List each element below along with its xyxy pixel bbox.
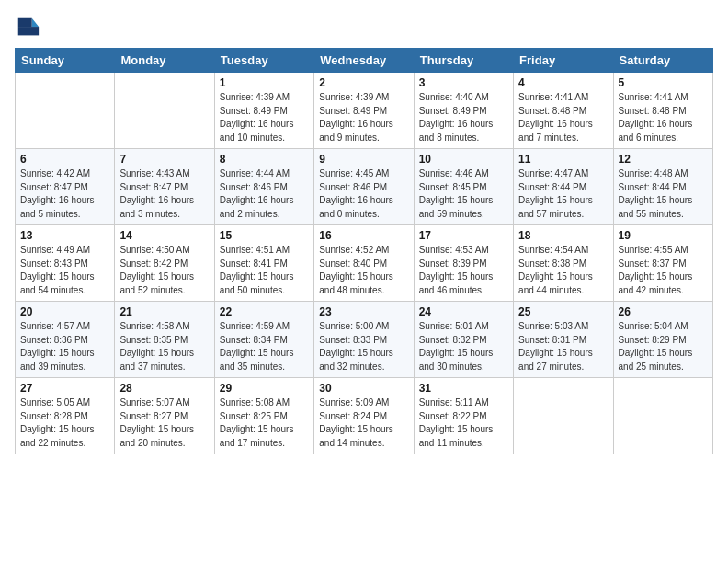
day-number: 18 — [518, 229, 608, 242]
day-number: 6 — [20, 153, 109, 166]
weekday-header: Friday — [514, 49, 613, 73]
calendar-cell: 8Sunrise: 4:44 AMSunset: 8:46 PMDaylight… — [214, 149, 313, 225]
day-number: 31 — [419, 382, 508, 395]
weekday-header: Wednesday — [314, 49, 414, 73]
day-info: Sunrise: 4:55 AMSunset: 8:37 PMDaylight:… — [619, 244, 708, 297]
day-info: Sunrise: 4:53 AMSunset: 8:39 PMDaylight:… — [419, 244, 508, 297]
day-number: 19 — [619, 229, 708, 242]
calendar-week-row: 1Sunrise: 4:39 AMSunset: 8:49 PMDaylight… — [16, 73, 713, 149]
day-number: 1 — [220, 76, 309, 89]
day-info: Sunrise: 4:46 AMSunset: 8:45 PMDaylight:… — [419, 167, 508, 221]
weekday-header: Thursday — [414, 49, 513, 73]
calendar-cell: 4Sunrise: 4:41 AMSunset: 8:48 PMDaylight… — [514, 73, 613, 149]
calendar-cell: 12Sunrise: 4:48 AMSunset: 8:44 PMDayligh… — [613, 149, 712, 225]
day-info: Sunrise: 4:39 AMSunset: 8:49 PMDaylight:… — [319, 91, 408, 144]
calendar-cell: 17Sunrise: 4:53 AMSunset: 8:39 PMDayligh… — [414, 225, 513, 302]
day-number: 4 — [518, 76, 608, 89]
calendar-cell: 6Sunrise: 4:42 AMSunset: 8:47 PMDaylight… — [16, 149, 115, 225]
day-number: 29 — [220, 382, 309, 395]
day-number: 5 — [619, 76, 708, 89]
calendar-cell: 18Sunrise: 4:54 AMSunset: 8:38 PMDayligh… — [514, 225, 613, 302]
calendar-table: SundayMondayTuesdayWednesdayThursdayFrid… — [15, 48, 713, 454]
day-info: Sunrise: 4:58 AMSunset: 8:35 PMDaylight:… — [119, 320, 209, 373]
day-number: 13 — [20, 229, 109, 242]
day-number: 11 — [518, 153, 608, 166]
day-number: 14 — [119, 229, 209, 242]
day-info: Sunrise: 4:52 AMSunset: 8:40 PMDaylight:… — [319, 244, 408, 297]
day-info: Sunrise: 4:49 AMSunset: 8:43 PMDaylight:… — [20, 244, 109, 297]
day-info: Sunrise: 4:57 AMSunset: 8:36 PMDaylight:… — [20, 320, 109, 373]
weekday-header: Tuesday — [214, 49, 313, 73]
calendar-cell: 13Sunrise: 4:49 AMSunset: 8:43 PMDayligh… — [16, 225, 115, 302]
calendar-cell: 16Sunrise: 4:52 AMSunset: 8:40 PMDayligh… — [314, 225, 414, 302]
calendar-cell — [16, 73, 115, 149]
day-number: 10 — [419, 153, 508, 166]
day-number: 15 — [220, 229, 309, 242]
day-info: Sunrise: 5:03 AMSunset: 8:31 PMDaylight:… — [518, 320, 608, 373]
calendar-cell: 11Sunrise: 4:47 AMSunset: 8:44 PMDayligh… — [514, 149, 613, 225]
calendar-cell: 10Sunrise: 4:46 AMSunset: 8:45 PMDayligh… — [414, 149, 513, 225]
calendar-cell: 1Sunrise: 4:39 AMSunset: 8:49 PMDaylight… — [214, 73, 313, 149]
logo-icon — [15, 15, 40, 40]
calendar-cell: 9Sunrise: 4:45 AMSunset: 8:46 PMDaylight… — [314, 149, 414, 225]
day-info: Sunrise: 4:44 AMSunset: 8:46 PMDaylight:… — [220, 167, 309, 221]
calendar-week-row: 6Sunrise: 4:42 AMSunset: 8:47 PMDaylight… — [16, 149, 713, 225]
day-info: Sunrise: 4:54 AMSunset: 8:38 PMDaylight:… — [518, 244, 608, 297]
calendar-cell: 14Sunrise: 4:50 AMSunset: 8:42 PMDayligh… — [115, 225, 214, 302]
day-number: 8 — [220, 153, 309, 166]
day-info: Sunrise: 5:09 AMSunset: 8:24 PMDaylight:… — [319, 396, 408, 450]
day-number: 3 — [419, 76, 508, 89]
calendar-cell: 3Sunrise: 4:40 AMSunset: 8:49 PMDaylight… — [414, 73, 513, 149]
calendar-week-row: 20Sunrise: 4:57 AMSunset: 8:36 PMDayligh… — [16, 302, 713, 378]
calendar-cell — [613, 378, 712, 454]
calendar-cell — [115, 73, 214, 149]
calendar-header-row: SundayMondayTuesdayWednesdayThursdayFrid… — [16, 49, 713, 73]
day-info: Sunrise: 5:01 AMSunset: 8:32 PMDaylight:… — [419, 320, 508, 373]
calendar-cell: 19Sunrise: 4:55 AMSunset: 8:37 PMDayligh… — [613, 225, 712, 302]
calendar-cell: 30Sunrise: 5:09 AMSunset: 8:24 PMDayligh… — [314, 378, 414, 454]
day-info: Sunrise: 5:00 AMSunset: 8:33 PMDaylight:… — [319, 320, 408, 373]
calendar-week-row: 13Sunrise: 4:49 AMSunset: 8:43 PMDayligh… — [16, 225, 713, 302]
calendar-cell: 2Sunrise: 4:39 AMSunset: 8:49 PMDaylight… — [314, 73, 414, 149]
day-number: 7 — [119, 153, 209, 166]
calendar-cell: 28Sunrise: 5:07 AMSunset: 8:27 PMDayligh… — [115, 378, 214, 454]
weekday-header: Monday — [115, 49, 214, 73]
calendar-cell: 22Sunrise: 4:59 AMSunset: 8:34 PMDayligh… — [214, 302, 313, 378]
day-info: Sunrise: 4:40 AMSunset: 8:49 PMDaylight:… — [419, 91, 508, 144]
day-number: 28 — [119, 382, 209, 395]
calendar-cell: 27Sunrise: 5:05 AMSunset: 8:28 PMDayligh… — [16, 378, 115, 454]
day-number: 21 — [119, 305, 209, 318]
day-number: 16 — [319, 229, 408, 242]
calendar-cell: 31Sunrise: 5:11 AMSunset: 8:22 PMDayligh… — [414, 378, 513, 454]
calendar-cell: 20Sunrise: 4:57 AMSunset: 8:36 PMDayligh… — [16, 302, 115, 378]
day-number: 30 — [319, 382, 408, 395]
day-number: 2 — [319, 76, 408, 89]
day-number: 24 — [419, 305, 508, 318]
day-info: Sunrise: 5:05 AMSunset: 8:28 PMDaylight:… — [20, 396, 109, 450]
day-info: Sunrise: 4:42 AMSunset: 8:47 PMDaylight:… — [20, 167, 109, 221]
svg-marker-0 — [32, 18, 39, 27]
calendar-cell: 15Sunrise: 4:51 AMSunset: 8:41 PMDayligh… — [214, 225, 313, 302]
day-number: 9 — [319, 153, 408, 166]
day-info: Sunrise: 4:39 AMSunset: 8:49 PMDaylight:… — [220, 91, 309, 144]
calendar-cell: 7Sunrise: 4:43 AMSunset: 8:47 PMDaylight… — [115, 149, 214, 225]
day-info: Sunrise: 4:48 AMSunset: 8:44 PMDaylight:… — [619, 167, 708, 221]
day-info: Sunrise: 4:50 AMSunset: 8:42 PMDaylight:… — [119, 244, 209, 297]
day-number: 27 — [20, 382, 109, 395]
calendar-cell: 24Sunrise: 5:01 AMSunset: 8:32 PMDayligh… — [414, 302, 513, 378]
day-info: Sunrise: 5:11 AMSunset: 8:22 PMDaylight:… — [419, 396, 508, 450]
day-number: 23 — [319, 305, 408, 318]
day-info: Sunrise: 4:41 AMSunset: 8:48 PMDaylight:… — [619, 91, 708, 144]
page-header — [15, 15, 713, 40]
calendar-week-row: 27Sunrise: 5:05 AMSunset: 8:28 PMDayligh… — [16, 378, 713, 454]
day-info: Sunrise: 5:08 AMSunset: 8:25 PMDaylight:… — [220, 396, 309, 450]
calendar-cell: 5Sunrise: 4:41 AMSunset: 8:48 PMDaylight… — [613, 73, 712, 149]
weekday-header: Sunday — [16, 49, 115, 73]
day-number: 17 — [419, 229, 508, 242]
svg-rect-1 — [18, 18, 32, 27]
day-number: 26 — [619, 305, 708, 318]
weekday-header: Saturday — [613, 49, 712, 73]
day-number: 20 — [20, 305, 109, 318]
calendar-cell: 21Sunrise: 4:58 AMSunset: 8:35 PMDayligh… — [115, 302, 214, 378]
day-info: Sunrise: 4:41 AMSunset: 8:48 PMDaylight:… — [518, 91, 608, 144]
